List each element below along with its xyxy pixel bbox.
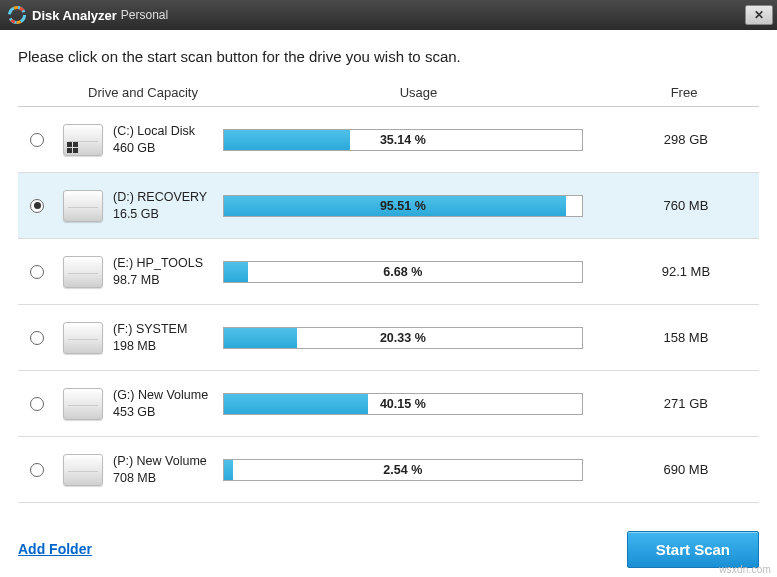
drive-name: (P:) New Volume [113, 453, 207, 470]
title-bar: Disk Analyzer Personal ✕ [0, 0, 777, 30]
usage-label: 40.15 % [224, 394, 582, 414]
radio-button[interactable] [30, 265, 44, 279]
drive-size: 453 GB [113, 404, 208, 421]
free-space: 92.1 MB [613, 264, 759, 279]
drive-name: (E:) HP_TOOLS [113, 255, 203, 272]
drive-name: (F:) SYSTEM [113, 321, 187, 338]
drive-icon [63, 322, 103, 354]
radio-cell[interactable] [18, 463, 57, 477]
header-free: Free [609, 85, 759, 100]
drive-name: (D:) RECOVERY [113, 189, 207, 206]
free-space: 158 MB [613, 330, 759, 345]
radio-cell[interactable] [18, 331, 57, 345]
close-icon: ✕ [754, 8, 764, 22]
column-headers: Drive and Capacity Usage Free [18, 79, 759, 107]
watermark: wsxdn.com [719, 564, 771, 575]
add-folder-link[interactable]: Add Folder [18, 541, 92, 557]
usage-label: 2.54 % [224, 460, 582, 480]
radio-button[interactable] [30, 397, 44, 411]
drive-row[interactable]: (C:) Local Disk 460 GB 35.14 % 298 GB [18, 107, 759, 173]
drive-icon [63, 256, 103, 288]
app-title: Disk Analyzer [32, 8, 117, 23]
free-space: 760 MB [613, 198, 759, 213]
free-space: 271 GB [613, 396, 759, 411]
header-drive: Drive and Capacity [58, 85, 228, 100]
close-button[interactable]: ✕ [745, 5, 773, 25]
usage-bar: 40.15 % [223, 393, 583, 415]
app-logo-icon [8, 6, 26, 24]
drive-size: 98.7 MB [113, 272, 203, 289]
drive-size: 460 GB [113, 140, 195, 157]
drive-row[interactable]: (E:) HP_TOOLS 98.7 MB 6.68 % 92.1 MB [18, 239, 759, 305]
usage-bar: 95.51 % [223, 195, 583, 217]
drive-icon [63, 454, 103, 486]
header-usage: Usage [228, 85, 609, 100]
start-scan-button[interactable]: Start Scan [627, 531, 759, 568]
radio-button[interactable] [30, 331, 44, 345]
free-space: 298 GB [613, 132, 759, 147]
radio-cell[interactable] [18, 265, 57, 279]
usage-bar: 20.33 % [223, 327, 583, 349]
drive-row[interactable]: (D:) RECOVERY 16.5 GB 95.51 % 760 MB [18, 173, 759, 239]
drive-size: 708 MB [113, 470, 207, 487]
radio-button[interactable] [30, 133, 44, 147]
usage-label: 6.68 % [224, 262, 582, 282]
drive-row[interactable]: (G:) New Volume 453 GB 40.15 % 271 GB [18, 371, 759, 437]
drive-size: 198 MB [113, 338, 187, 355]
app-subtitle: Personal [121, 8, 168, 22]
usage-bar: 2.54 % [223, 459, 583, 481]
usage-label: 95.51 % [224, 196, 582, 216]
radio-button[interactable] [30, 463, 44, 477]
radio-cell[interactable] [18, 199, 57, 213]
drive-row[interactable]: (P:) New Volume 708 MB 2.54 % 690 MB [18, 437, 759, 503]
drive-size: 16.5 GB [113, 206, 207, 223]
usage-bar: 6.68 % [223, 261, 583, 283]
footer: Add Folder Start Scan [0, 521, 777, 577]
drive-name: (C:) Local Disk [113, 123, 195, 140]
radio-cell[interactable] [18, 133, 57, 147]
drive-list: (C:) Local Disk 460 GB 35.14 % 298 GB (D… [18, 107, 759, 503]
drive-row[interactable]: (F:) SYSTEM 198 MB 20.33 % 158 MB [18, 305, 759, 371]
drive-icon [63, 124, 103, 156]
drive-icon [63, 190, 103, 222]
usage-bar: 35.14 % [223, 129, 583, 151]
drive-name: (G:) New Volume [113, 387, 208, 404]
radio-cell[interactable] [18, 397, 57, 411]
radio-button[interactable] [30, 199, 44, 213]
usage-label: 35.14 % [224, 130, 582, 150]
instruction-text: Please click on the start scan button fo… [18, 48, 759, 65]
free-space: 690 MB [613, 462, 759, 477]
drive-icon [63, 388, 103, 420]
usage-label: 20.33 % [224, 328, 582, 348]
